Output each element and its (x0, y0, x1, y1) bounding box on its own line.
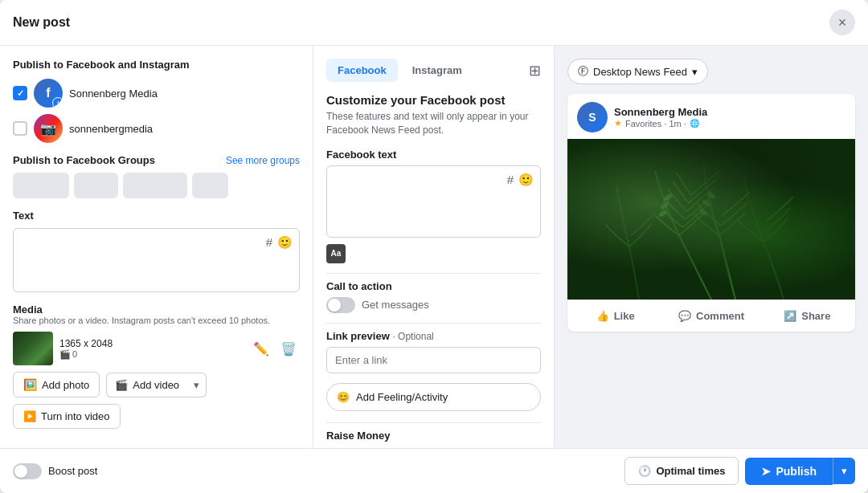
groups-header: Publish to Facebook Groups See more grou… (13, 154, 300, 166)
account-name-instagram: sonnenbergmedia (69, 123, 153, 135)
comment-button[interactable]: 💬 Comment (663, 304, 759, 328)
feed-selector[interactable]: Ⓕ Desktop News Feed ▾ (567, 59, 708, 84)
preview-actions: 👍 Like 💬 Comment ↗️ Share (567, 299, 855, 332)
customize-title: Customize your Facebook post (326, 93, 541, 107)
right-panel: Ⓕ Desktop News Feed ▾ S Sonnenberg Media… (555, 46, 868, 448)
svg-point-1 (657, 209, 668, 218)
add-video-button[interactable]: 🎬 Add video (106, 373, 187, 397)
account-checkbox-instagram[interactable] (13, 121, 27, 136)
tab-instagram[interactable]: Instagram (401, 59, 473, 82)
preview-avatar: S (577, 102, 608, 132)
svg-point-6 (706, 190, 716, 200)
turn-into-video-label: Turn into video (41, 410, 110, 422)
share-button[interactable]: ↗️ Share (760, 304, 855, 328)
preview-post-image (567, 139, 855, 299)
feed-selector-label: Desktop News Feed (593, 66, 687, 78)
media-item: 1365 x 2048 🎬 0 ✏️ 🗑️ (13, 332, 300, 365)
svg-point-4 (698, 207, 708, 216)
add-video-icon: 🎬 (115, 379, 128, 391)
add-photo-icon: 🖼️ (23, 378, 37, 391)
divider-1 (326, 273, 541, 274)
fb-emoji-icon[interactable]: 🙂 (518, 173, 534, 187)
fb-hashtag-icon[interactable]: # (507, 173, 514, 187)
optimal-times-label: Optimal times (656, 465, 725, 477)
cta-label: Call to action (326, 280, 541, 292)
account-name-facebook: Sonnenberg Media (69, 88, 158, 100)
group-block-3 (123, 173, 187, 198)
text-input-area[interactable]: # 🙂 (13, 228, 300, 292)
add-feeling-button[interactable]: 😊 Add Feeling/Activity (326, 383, 541, 411)
get-messages-label: Get messages (362, 299, 429, 311)
new-post-modal: New post × Publish to Facebook and Insta… (0, 0, 868, 493)
facebook-text-label: Facebook text (326, 149, 541, 161)
facebook-text-area[interactable]: # 🙂 (326, 165, 541, 238)
get-messages-toggle[interactable] (326, 297, 355, 313)
media-label: Media (13, 304, 300, 316)
turn-into-video-icon: ▶️ (23, 410, 36, 422)
left-panel: Publish to Facebook and Instagram f f So… (0, 46, 313, 448)
media-section: Media Share photos or a video. Instagram… (13, 304, 300, 429)
account-checkbox-facebook[interactable] (13, 86, 27, 100)
turn-into-video-button[interactable]: ▶️ Turn into video (13, 404, 121, 429)
delete-media-button[interactable]: 🗑️ (277, 338, 300, 360)
optimal-times-button[interactable]: 🕐 Optimal times (624, 457, 739, 485)
add-video-dropdown-button[interactable]: ▾ (187, 373, 207, 397)
publish-icon: ➤ (761, 465, 771, 478)
feed-selector-icon: Ⓕ (578, 64, 588, 79)
media-views: 🎬 0 (59, 349, 244, 360)
boost-post-label: Boost post (48, 465, 97, 477)
link-section: Link preview · Optional (326, 330, 541, 373)
emoji-icon[interactable]: 🙂 (277, 235, 293, 250)
add-photo-label: Add photo (42, 379, 89, 391)
preview-meta-text: Favorites · 1m · (625, 119, 686, 128)
link-input[interactable] (326, 347, 541, 373)
publish-button[interactable]: ➤ Publish (745, 458, 833, 485)
raise-money-section: Raise Money Add a button to your post to… (326, 430, 541, 448)
like-label: Like (614, 310, 635, 322)
link-optional-label: · Optional (392, 331, 433, 342)
text-label: Text (13, 210, 300, 222)
divider-3 (326, 422, 541, 423)
platform-badge-facebook: f (52, 97, 63, 108)
boost-toggle-row: Boost post (13, 463, 97, 479)
edit-media-button[interactable]: ✏️ (250, 338, 272, 360)
add-photo-button[interactable]: 🖼️ Add photo (13, 372, 100, 397)
clock-icon: 🕐 (638, 465, 651, 477)
tab-facebook[interactable]: Facebook (326, 59, 398, 82)
modal-title: New post (13, 15, 70, 30)
groups-title: Publish to Facebook Groups (13, 154, 155, 166)
publish-section-title: Publish to Facebook and Instagram (13, 59, 300, 71)
svg-point-5 (701, 198, 711, 208)
media-buttons: 🖼️ Add photo 🎬 Add video ▾ (13, 372, 300, 397)
media-thumbnail (13, 332, 53, 365)
boost-post-toggle[interactable] (13, 463, 42, 479)
preview-card: S Sonnenberg Media ★ Favorites · 1m · 🌐 (567, 94, 855, 332)
media-subtitle: Share photos or a video. Instagram posts… (13, 316, 300, 325)
publish-group: ➤ Publish ▾ (745, 458, 855, 485)
hashtag-icon[interactable]: # (266, 235, 272, 250)
media-dimensions: 1365 x 2048 (59, 338, 244, 349)
add-video-label: Add video (133, 379, 179, 391)
divider-2 (326, 323, 541, 324)
video-icon: 🎬 (59, 349, 71, 360)
close-button[interactable]: × (829, 10, 855, 35)
modal-body: Publish to Facebook and Instagram f f So… (0, 46, 868, 448)
publish-dropdown-button[interactable]: ▾ (833, 458, 855, 484)
layout-icon[interactable]: ⊞ (529, 62, 541, 79)
media-actions: ✏️ 🗑️ (250, 338, 300, 360)
media-info: 1365 x 2048 🎬 0 (59, 338, 244, 360)
fb-text-icons: # 🙂 (507, 173, 534, 187)
preview-account-name: Sonnenberg Media (614, 106, 707, 118)
account-row-instagram: 📷 sonnenbergmedia (13, 114, 300, 143)
feeling-icon: 😊 (337, 391, 350, 403)
see-more-groups-link[interactable]: See more groups (226, 155, 300, 166)
share-icon: ↗️ (784, 310, 796, 322)
text-format-badge[interactable]: Aa (326, 244, 346, 263)
group-block-2 (74, 173, 118, 198)
feed-dropdown-icon: ▾ (692, 66, 698, 78)
svg-point-2 (659, 201, 669, 210)
like-button[interactable]: 👍 Like (567, 304, 663, 328)
preview-card-header: S Sonnenberg Media ★ Favorites · 1m · 🌐 (567, 94, 855, 139)
preview-header: Ⓕ Desktop News Feed ▾ (567, 59, 855, 84)
group-block-4 (192, 173, 228, 198)
